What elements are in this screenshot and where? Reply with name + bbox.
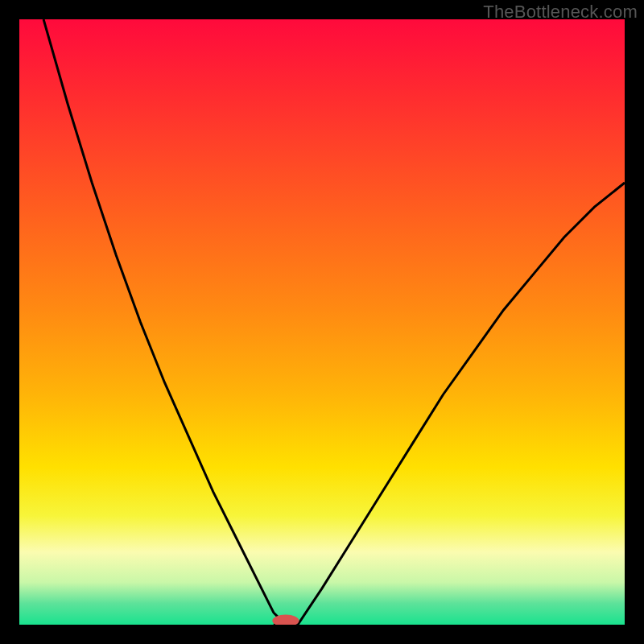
chart-svg <box>19 19 625 625</box>
plot-area <box>19 19 625 625</box>
chart-frame: TheBottleneck.com <box>0 0 644 644</box>
gradient-background <box>19 19 625 625</box>
watermark-text: TheBottleneck.com <box>483 2 638 23</box>
